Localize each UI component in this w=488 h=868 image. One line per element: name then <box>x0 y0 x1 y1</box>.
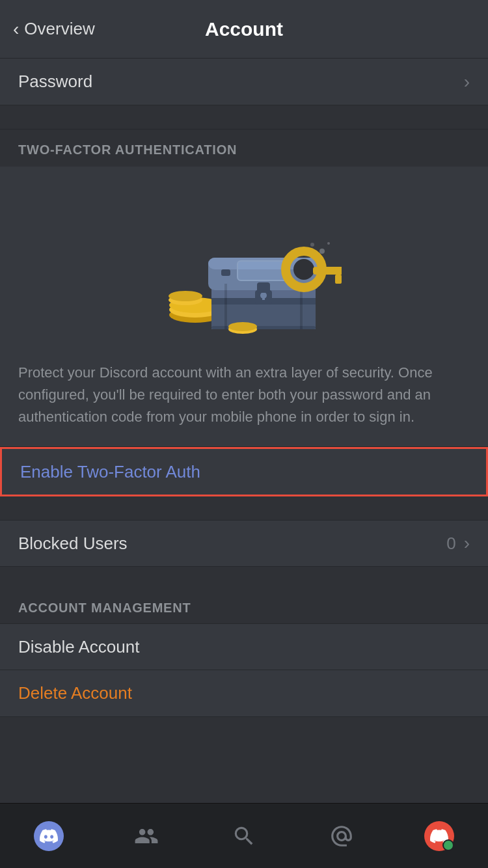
svg-rect-23 <box>335 275 342 284</box>
delete-account-row[interactable]: Delete Account <box>0 670 488 717</box>
svg-rect-13 <box>262 295 265 300</box>
friends-icon <box>132 822 161 850</box>
page-title: Account <box>205 18 283 40</box>
nav-item-home[interactable] <box>23 817 75 856</box>
bottom-gap <box>0 717 488 769</box>
header: ‹ Overview Account <box>0 0 488 59</box>
blocked-users-row[interactable]: Blocked Users 0 › <box>0 520 488 567</box>
twofa-section-header: TWO-FACTOR AUTHENTICATION <box>0 129 488 167</box>
back-chevron-icon: ‹ <box>13 19 19 40</box>
delete-account-label: Delete Account <box>18 683 132 703</box>
content-area: Password › TWO-FACTOR AUTHENTICATION <box>0 59 488 803</box>
section-gap-1 <box>0 105 488 129</box>
svg-rect-22 <box>313 267 342 275</box>
section-gap-2 <box>0 496 488 520</box>
svg-point-29 <box>228 322 257 331</box>
search-icon <box>230 822 258 850</box>
account-mgmt-title: ACCOUNT MANAGEMENT <box>18 601 191 615</box>
svg-rect-15 <box>224 284 227 329</box>
nav-item-friends[interactable] <box>120 817 172 856</box>
nav-item-search[interactable] <box>218 817 270 856</box>
svg-point-4 <box>169 291 202 301</box>
svg-point-21 <box>293 259 314 280</box>
account-management-section: ACCOUNT MANAGEMENT Disable Account Delet… <box>0 590 488 717</box>
blocked-users-right: 0 › <box>446 533 470 554</box>
back-label: Overview <box>24 19 94 39</box>
blocked-users-count: 0 <box>446 534 455 554</box>
twofa-description: Protect your Discord account with an ext… <box>0 355 488 446</box>
blocked-users-chevron-icon: › <box>464 533 470 554</box>
nav-item-profile[interactable] <box>413 817 465 856</box>
svg-rect-17 <box>221 269 230 276</box>
blocked-users-label: Blocked Users <box>18 534 128 554</box>
svg-point-25 <box>319 249 325 254</box>
enable-2fa-label: Enable Two-Factor Auth <box>20 462 200 482</box>
svg-rect-14 <box>257 282 270 293</box>
treasure-chest-svg <box>146 193 342 336</box>
account-mgmt-header: ACCOUNT MANAGEMENT <box>0 590 488 623</box>
bottom-nav <box>0 803 488 868</box>
mentions-icon <box>327 822 356 850</box>
disable-account-label: Disable Account <box>18 637 139 657</box>
chevron-right-icon: › <box>464 72 470 92</box>
password-row-right: › <box>464 72 470 92</box>
twofa-illustration <box>0 167 488 355</box>
profile-avatar-icon <box>424 821 454 851</box>
svg-point-26 <box>310 243 314 247</box>
svg-point-27 <box>327 242 330 245</box>
disable-account-row[interactable]: Disable Account <box>0 623 488 670</box>
enable-2fa-button[interactable]: Enable Two-Factor Auth <box>0 447 488 496</box>
twofa-section: TWO-FACTOR AUTHENTICATION <box>0 129 488 447</box>
password-row[interactable]: Password › <box>0 59 488 105</box>
twofa-section-title: TWO-FACTOR AUTHENTICATION <box>18 142 237 157</box>
password-label: Password <box>18 72 92 92</box>
back-button[interactable]: ‹ Overview <box>13 19 95 40</box>
discord-home-icon <box>34 821 64 851</box>
nav-item-mentions[interactable] <box>316 817 368 856</box>
